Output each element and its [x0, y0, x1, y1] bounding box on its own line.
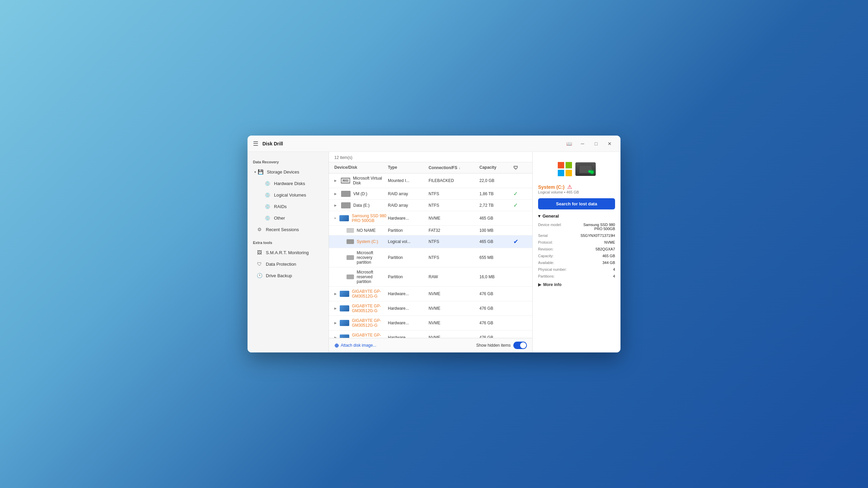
- sidebar-item-data-protection[interactable]: 🛡 Data Protection: [250, 259, 327, 269]
- more-info-button[interactable]: ▶ More info: [538, 282, 615, 287]
- maximize-button[interactable]: □: [591, 138, 601, 149]
- data-protection-label: Data Protection: [266, 262, 296, 267]
- table-row[interactable]: NO NAME Partition FAT32 100 MB: [329, 226, 532, 236]
- drive-graphic: [575, 162, 596, 176]
- general-label: General: [542, 214, 559, 219]
- table-row[interactable]: Microsoft reserved partition Partition R…: [329, 267, 532, 287]
- sidebar-item-hardware-disks[interactable]: 💿 Hardware Disks: [250, 178, 327, 189]
- partitions-label: Partitions:: [538, 273, 577, 280]
- close-button[interactable]: ✕: [604, 138, 615, 149]
- capacity-cell: 476 GB: [479, 321, 513, 325]
- menu-icon[interactable]: ☰: [253, 140, 258, 147]
- connection-cell: NTFS: [429, 239, 479, 244]
- device-label: Microsoft reserved partition: [357, 270, 388, 284]
- table-row[interactable]: ▶ GIGABYTE GP-GM30512G-G Hardware... NVM…: [329, 301, 532, 316]
- expand-icon: ▾: [254, 170, 256, 174]
- connection-cell: NTFS: [429, 191, 479, 196]
- capacity-cell: 16,0 MB: [479, 274, 513, 279]
- col-device-disk: Device/Disk: [334, 165, 388, 170]
- sort-arrow-icon: ↓: [459, 166, 460, 170]
- show-hidden-toggle-row: Show hidden items: [476, 342, 527, 349]
- sidebar-item-logical-volumes[interactable]: 💿 Logical Volumes: [250, 189, 327, 200]
- table-row[interactable]: Microsoft recovery partition Partition N…: [329, 248, 532, 267]
- type-cell: Hardware...: [388, 335, 429, 338]
- data-protection-icon: 🛡: [256, 261, 262, 267]
- disk-icon: [339, 215, 349, 221]
- table-row[interactable]: ▶ VM (D:) RAID array NTFS 1,86 TB ✓: [329, 188, 532, 200]
- app-title: Disk Drill: [262, 141, 283, 146]
- device-label[interactable]: GIGABYTE GP-GM30512G-G: [352, 289, 388, 299]
- book-button[interactable]: 📖: [564, 138, 574, 149]
- device-name-cell: ▶ VM (D:): [334, 191, 388, 197]
- connection-cell: NVME: [429, 335, 479, 338]
- connection-cell: NVME: [429, 306, 479, 311]
- device-name-cell: System (C:): [347, 239, 388, 244]
- device-label[interactable]: System (C:): [357, 239, 378, 244]
- disk-icon: [340, 305, 349, 311]
- attach-disk-image-button[interactable]: ⊕ Attach disk image...: [334, 342, 376, 349]
- minimize-button[interactable]: ─: [577, 138, 588, 149]
- available-label: Available:: [538, 259, 577, 266]
- collapse-icon: ▾: [538, 214, 540, 219]
- show-hidden-toggle[interactable]: [513, 342, 527, 349]
- right-panel-content: System (C:) ⚠ Logical volume • 465 GB Se…: [533, 152, 620, 294]
- partitions-value: 4: [577, 273, 615, 280]
- table-row[interactable]: System (C:) Logical vol... NTFS 465 GB ✔: [329, 236, 532, 248]
- sidebar-item-drive-backup[interactable]: 🕐 Drive Backup: [250, 270, 327, 281]
- prop-row-protocol: Protocol: NVME: [538, 239, 615, 246]
- expand-arrow-icon: ▾: [334, 217, 337, 220]
- table-row[interactable]: ▶ GIGABYTE GP-GM30512G-G Hardware... NVM…: [329, 316, 532, 330]
- general-section-header[interactable]: ▾ General: [538, 214, 615, 219]
- table-row[interactable]: ▶ GIGABYTE GP-GM30512G-G Hardware... NVM…: [329, 287, 532, 301]
- device-name-cell: Microsoft reserved partition: [347, 270, 388, 284]
- sidebar-item-raids[interactable]: 💿 RAIDs: [250, 201, 327, 212]
- sidebar-item-smart[interactable]: 🖼 S.M.A.R.T. Monitoring: [250, 247, 327, 258]
- windows-logo-icon: [558, 162, 572, 176]
- app-window: ☰ Disk Drill 📖 ─ □ ✕ Data Recovery ▾ 💾 S…: [248, 136, 620, 352]
- col-capacity: Capacity: [479, 165, 513, 170]
- recent-sessions-label: Recent Sessions: [266, 227, 299, 232]
- prop-row-available: Available: 344 GB: [538, 259, 615, 266]
- storage-devices-label: Storage Devices: [267, 169, 299, 175]
- capacity-cell: 476 GB: [479, 291, 513, 296]
- disk-icon-small: [347, 239, 354, 244]
- sidebar: Data Recovery ▾ 💾 Storage Devices 💿 Hard…: [248, 136, 329, 352]
- connection-cell: NVME: [429, 291, 479, 296]
- smart-icon: 🖼: [256, 249, 262, 256]
- smart-label: S.M.A.R.T. Monitoring: [266, 250, 309, 255]
- other-label: Other: [274, 216, 285, 221]
- device-label[interactable]: GIGABYTE GP-GM30512G-G: [352, 304, 388, 313]
- logical-volumes-label: Logical Volumes: [274, 192, 306, 198]
- table-row[interactable]: ▶ GIGABYTE GP-GM30512G-G Hardware... NVM…: [329, 330, 532, 338]
- disk-icon: [340, 320, 349, 326]
- sidebar-item-recent-sessions[interactable]: ⚙ Recent Sessions: [250, 224, 327, 235]
- svg-rect-3: [566, 170, 572, 176]
- other-icon: 💿: [264, 215, 271, 221]
- expand-arrow-icon: ▶: [334, 192, 338, 196]
- hardware-disks-label: Hardware Disks: [274, 181, 305, 186]
- device-label[interactable]: GIGABYTE GP-GM30512G-G: [352, 333, 388, 338]
- search-for-lost-data-button[interactable]: Search for lost data: [538, 198, 615, 209]
- table-row[interactable]: ▶ R/O Microsoft Virtual Disk Mounted I..…: [329, 174, 532, 188]
- drive-backup-label: Drive Backup: [266, 273, 292, 278]
- type-cell: Hardware...: [388, 306, 429, 311]
- window-controls: 📖 ─ □ ✕: [564, 138, 615, 149]
- revision-value: 5B2QGXA7: [577, 246, 615, 252]
- type-cell: Hardware...: [388, 321, 429, 325]
- table-body: ▶ R/O Microsoft Virtual Disk Mounted I..…: [329, 174, 532, 338]
- sidebar-item-other[interactable]: 💿 Other: [250, 212, 327, 223]
- device-label[interactable]: GIGABYTE GP-GM30512G-G: [352, 318, 388, 328]
- serial-label: Serial: [538, 232, 577, 239]
- col-type: Type: [388, 165, 429, 170]
- capacity-cell: 465 GB: [479, 216, 513, 221]
- device-graphic: [538, 159, 615, 180]
- capacity-cell: 465 GB: [479, 239, 513, 244]
- shield-ok-icon: ✓: [513, 202, 527, 208]
- plus-icon: ⊕: [334, 342, 339, 349]
- recent-sessions-icon: ⚙: [256, 226, 262, 232]
- table-row[interactable]: ▶ Data (E:) RAID array NTFS 2,72 TB ✓: [329, 200, 532, 211]
- device-label[interactable]: Samsung SSD 980 PRO 500GB: [352, 214, 388, 223]
- hardware-disks-icon: 💿: [264, 180, 271, 186]
- table-row[interactable]: ▾ Samsung SSD 980 PRO 500GB Hardware... …: [329, 211, 532, 226]
- sidebar-item-storage-devices[interactable]: ▾ 💾 Storage Devices: [250, 166, 327, 177]
